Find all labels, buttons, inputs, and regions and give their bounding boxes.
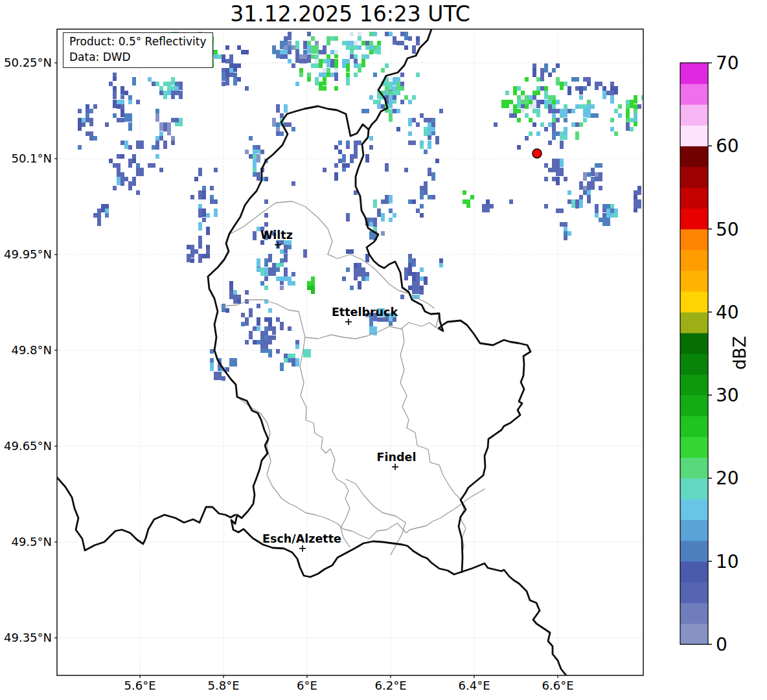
echo-layer (78, 32, 657, 381)
x-tick-label: 6.6°E (542, 679, 574, 692)
data-source-line: Data: DWD (69, 50, 207, 65)
city-label: Esch/Alzette (262, 532, 341, 545)
page-title: 31.12.2025 16:23 UTC (57, 1, 643, 27)
y-tick-label: 49.65°N (4, 439, 52, 453)
colorbar-tick-label: 30 (716, 385, 739, 406)
map-canvas: WiltzEttelbruckFindelEsch/Alzette5.6°E5.… (0, 0, 767, 700)
y-tick-label: 50.1°N (11, 152, 52, 165)
x-tick-label: 5.8°E (208, 679, 240, 692)
colorbar-tick-label: 10 (716, 551, 739, 572)
city-label: Wiltz (260, 229, 293, 242)
city-label: Findel (377, 451, 417, 464)
colorbar-tick-label: 0 (716, 634, 727, 655)
product-info-box: Product: 0.5° Reflectivity Data: DWD (63, 32, 213, 68)
colorbar-tick-label: 50 (716, 219, 739, 240)
colorbar-tick-label: 60 (716, 135, 739, 157)
x-tick-label: 6.4°E (459, 679, 490, 692)
colorbar-unit-label: dBZ (730, 336, 750, 370)
city-label: Ettelbruck (332, 306, 398, 319)
y-tick-label: 50.25°N (4, 56, 52, 69)
product-line: Product: 0.5° Reflectivity (69, 34, 207, 50)
x-tick-label: 6.2°E (375, 679, 407, 692)
colorbar-tick-label: 20 (716, 468, 739, 489)
colorbar-tick-label: 70 (716, 52, 739, 74)
x-tick-label: 5.6°E (124, 679, 156, 692)
radar-figure: WiltzEttelbruckFindelEsch/Alzette5.6°E5.… (0, 0, 767, 700)
x-tick-label: 6°E (297, 679, 317, 692)
y-tick-label: 49.95°N (4, 247, 52, 261)
axis-ticks: 5.6°E5.8°E6°E6.2°E6.4°E6.6°E50.25°N50.1°… (4, 56, 574, 692)
y-tick-label: 49.5°N (11, 535, 52, 548)
y-tick-label: 49.35°N (4, 631, 52, 644)
colorbar-tick-label: 40 (716, 302, 739, 323)
radar-site-marker (532, 149, 542, 158)
y-tick-label: 49.8°N (11, 343, 52, 357)
